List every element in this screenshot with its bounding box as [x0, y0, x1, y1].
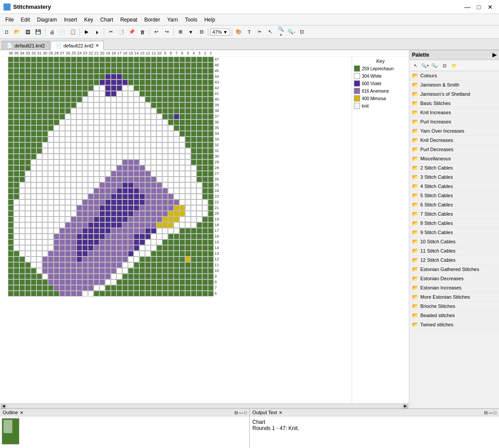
chart-cell[interactable]: [25, 222, 31, 228]
chart-cell[interactable]: [94, 79, 99, 85]
undo-button[interactable]: ↩: [151, 27, 161, 37]
chart-cell[interactable]: [174, 188, 179, 194]
chart-cell[interactable]: [208, 97, 214, 102]
chart-cell[interactable]: [162, 102, 168, 108]
chart-cell[interactable]: [31, 291, 36, 296]
chart-cell[interactable]: [19, 239, 25, 245]
chart-cell[interactable]: [151, 182, 157, 188]
chart-cell[interactable]: [54, 79, 59, 85]
chart-cell[interactable]: [139, 114, 145, 119]
chart-cell[interactable]: [168, 234, 174, 239]
chart-cell[interactable]: [122, 205, 128, 211]
chart-cell[interactable]: [54, 148, 59, 154]
chart-cell[interactable]: [25, 74, 31, 79]
chart-cell[interactable]: [54, 274, 59, 279]
palette-item-25[interactable]: 📂Brioche Stitches: [409, 302, 499, 311]
chart-cell[interactable]: [88, 97, 94, 102]
chart-cell[interactable]: [42, 239, 48, 245]
chart-cell[interactable]: [82, 165, 88, 171]
chart-cell[interactable]: [128, 62, 134, 68]
chart-cell[interactable]: [128, 154, 134, 159]
chart-cell[interactable]: [139, 285, 145, 291]
chart-cell[interactable]: [8, 188, 14, 194]
chart-cell[interactable]: [42, 79, 48, 85]
chart-cell[interactable]: [179, 97, 185, 102]
chart-cell[interactable]: [42, 177, 48, 182]
chart-cell[interactable]: [128, 171, 134, 177]
chart-cell[interactable]: [31, 262, 36, 268]
chart-cell[interactable]: [174, 154, 179, 159]
chart-cell[interactable]: [185, 125, 191, 131]
chart-cell[interactable]: [54, 199, 59, 205]
chart-cell[interactable]: [94, 257, 99, 262]
outline-maximize-btn[interactable]: □: [244, 410, 247, 415]
chart-cell[interactable]: [36, 245, 42, 251]
chart-cell[interactable]: [65, 194, 71, 199]
chart-cell[interactable]: [25, 182, 31, 188]
chart-cell[interactable]: [179, 262, 185, 268]
chart-cell[interactable]: [42, 257, 48, 262]
open-button[interactable]: 📂: [12, 27, 22, 37]
chart-cell[interactable]: [117, 228, 122, 234]
chart-cell[interactable]: [151, 91, 157, 97]
chart-cell[interactable]: [88, 114, 94, 119]
chart-cell[interactable]: [168, 91, 174, 97]
chart-cell[interactable]: [185, 245, 191, 251]
chart-cell[interactable]: [65, 234, 71, 239]
chart-cell[interactable]: [122, 188, 128, 194]
chart-cell[interactable]: [31, 74, 36, 79]
chart-cell[interactable]: [111, 217, 117, 222]
chart-cell[interactable]: [162, 57, 168, 62]
chart-cell[interactable]: [174, 165, 179, 171]
chart-cell[interactable]: [185, 234, 191, 239]
chart-cell[interactable]: [42, 137, 48, 142]
chart-cell[interactable]: [42, 68, 48, 74]
chart-cell[interactable]: [76, 131, 82, 137]
chart-cell[interactable]: [94, 125, 99, 131]
chart-cell[interactable]: [151, 62, 157, 68]
chart-cell[interactable]: [185, 188, 191, 194]
chart-cell[interactable]: [208, 171, 214, 177]
chart-cell[interactable]: [174, 57, 179, 62]
chart-cell[interactable]: [139, 57, 145, 62]
chart-cell[interactable]: [94, 268, 99, 274]
chart-cell[interactable]: [88, 194, 94, 199]
chart-cell[interactable]: [82, 79, 88, 85]
chart-cell[interactable]: [76, 285, 82, 291]
chart-cell[interactable]: [191, 74, 197, 79]
chart-cell[interactable]: [122, 234, 128, 239]
palette-item-22[interactable]: 📂Estonian Decreases: [409, 274, 499, 283]
chart-cell[interactable]: [71, 234, 76, 239]
chart-cell[interactable]: [19, 285, 25, 291]
chart-cell[interactable]: [208, 222, 214, 228]
delete-button[interactable]: 🗑: [138, 27, 147, 37]
chart-cell[interactable]: [202, 279, 208, 285]
chart-cell[interactable]: [197, 91, 202, 97]
chart-cell[interactable]: [179, 285, 185, 291]
chart-cell[interactable]: [42, 91, 48, 97]
chart-cell[interactable]: [14, 291, 19, 296]
chart-cell[interactable]: [105, 251, 111, 257]
chart-cell[interactable]: [76, 262, 82, 268]
chart-cell[interactable]: [168, 165, 174, 171]
chart-cell[interactable]: [162, 85, 168, 91]
chart-cell[interactable]: [168, 119, 174, 125]
chart-cell[interactable]: [151, 188, 157, 194]
chart-cell[interactable]: [105, 239, 111, 245]
chart-cell[interactable]: [59, 251, 65, 257]
chart-cell[interactable]: [36, 159, 42, 165]
chart-cell[interactable]: [59, 257, 65, 262]
chart-cell[interactable]: [197, 262, 202, 268]
chart-cell[interactable]: [25, 239, 31, 245]
chart-cell[interactable]: [122, 239, 128, 245]
chart-cell[interactable]: [197, 245, 202, 251]
chart-cell[interactable]: [157, 165, 162, 171]
chart-cell[interactable]: [197, 199, 202, 205]
chart-cell[interactable]: [65, 257, 71, 262]
chart-cell[interactable]: [179, 68, 185, 74]
chart-cell[interactable]: [54, 171, 59, 177]
chart-cell[interactable]: [128, 291, 134, 296]
chart-cell[interactable]: [197, 171, 202, 177]
chart-cell[interactable]: [48, 285, 54, 291]
chart-cell[interactable]: [208, 245, 214, 251]
